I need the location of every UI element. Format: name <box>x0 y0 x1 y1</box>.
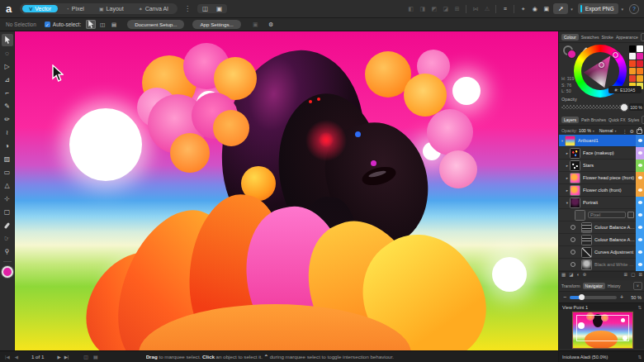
point-transform-tool[interactable]: ⊹ <box>2 193 13 205</box>
layer-visibility-toggle[interactable] <box>571 250 575 255</box>
layer-visible-eye-icon[interactable] <box>638 139 642 142</box>
layer-colour-tag[interactable] <box>636 246 644 259</box>
quick-menu-caret-icon[interactable]: ▾ <box>571 7 573 12</box>
layer-colour-tag[interactable] <box>636 135 644 147</box>
zoom-in-button[interactable]: + <box>619 294 624 300</box>
layer-fx-icon[interactable]: ⊛ <box>583 273 587 278</box>
pages-icon[interactable]: ◫ <box>201 6 210 12</box>
layer-settings-gear-icon[interactable]: ⚙ <box>630 128 634 134</box>
add-pixel-layer-icon[interactable]: ▦ <box>561 273 566 278</box>
add-layer-icon[interactable]: ⊞ <box>624 273 628 278</box>
layer-row[interactable]: Colour Balance Adjustmen <box>559 221 644 234</box>
layer-row[interactable]: Curves Adjustment <box>559 246 644 259</box>
colour-tab-stroke[interactable]: Stroke <box>601 35 613 40</box>
colour-tab-colour[interactable]: Colour <box>561 34 579 40</box>
layer-visible-eye-icon[interactable] <box>638 263 642 266</box>
layer-colour-tag[interactable] <box>636 160 644 172</box>
layer-row[interactable]: ▸Flower cloth (front) <box>559 184 644 197</box>
navigator-viewport-rect[interactable] <box>576 315 629 341</box>
fill-colour-well[interactable] <box>567 50 576 59</box>
document-stepper-icon[interactable]: ⇅ <box>637 355 642 360</box>
layer-row[interactable]: Pixel <box>559 209 644 221</box>
colour-swatch[interactable] <box>637 75 643 82</box>
layers-opacity-value[interactable]: 100 % <box>579 128 591 133</box>
layer-visible-eye-icon[interactable] <box>638 176 642 179</box>
add-group-icon[interactable]: ▢ <box>631 273 635 278</box>
layers-tab-quick-fx[interactable]: Quick FX <box>608 117 626 122</box>
hue-handle[interactable] <box>613 52 618 58</box>
help-button[interactable]: ? <box>629 4 639 14</box>
select-object-icon[interactable]: ◫ <box>97 20 107 29</box>
layer-colour-tag[interactable] <box>636 209 644 221</box>
move-tool[interactable] <box>2 34 13 46</box>
colour-picker-tool[interactable] <box>2 219 13 231</box>
navigator-thumbnail[interactable] <box>572 312 633 349</box>
zoom-slider-handle[interactable] <box>579 294 585 300</box>
zoom-value[interactable]: 50 % <box>627 295 642 300</box>
alignment-icon[interactable]: ≡ <box>500 6 509 12</box>
colour-swatch[interactable] <box>637 53 643 60</box>
delete-layer-icon[interactable]: ⊠ <box>638 273 642 278</box>
colour-swatch[interactable] <box>637 60 643 67</box>
colour-swatch[interactable] <box>629 45 636 52</box>
layer-row[interactable]: ▸Flower head piece (front) <box>559 172 644 184</box>
first-page-button[interactable]: |◀ <box>5 355 10 360</box>
artboard-frame-icon[interactable]: ▣ <box>215 6 224 12</box>
persona-canva-ai[interactable]: ✶Canva AI <box>132 5 175 12</box>
layer-row[interactable]: ▸Face (makeup) <box>559 147 644 160</box>
layer-visible-eye-icon[interactable] <box>638 188 642 192</box>
vector-brush-tool[interactable]: ≀ <box>2 126 13 139</box>
export-caret-icon[interactable]: ▾ <box>621 7 623 12</box>
overflow-menu-icon[interactable]: ⋮ <box>184 5 191 12</box>
node-tool[interactable]: ▷ <box>2 60 13 73</box>
pencil-tool[interactable]: ✏ <box>2 113 13 126</box>
layer-colour-tag[interactable] <box>636 234 644 246</box>
shape-tool[interactable]: △ <box>2 179 13 192</box>
colour-swatch[interactable] <box>637 68 643 74</box>
preview-mode-icon[interactable]: ▣ <box>542 6 551 12</box>
last-page-button[interactable]: ▶| <box>64 355 69 360</box>
contour-tool[interactable]: ⊿ <box>2 74 13 86</box>
opacity-slider[interactable] <box>561 105 624 109</box>
app-settings-button[interactable]: App Settings... <box>192 20 240 29</box>
layer-options-icon[interactable]: ⋮ <box>623 128 627 134</box>
layers-tab-styles[interactable]: Styles <box>628 117 640 122</box>
snapping-icon[interactable]: ⌖ <box>519 6 528 12</box>
selection-brush-tool[interactable]: ◌ <box>2 47 13 60</box>
settings-gear-icon[interactable]: ⚙ <box>267 21 276 27</box>
canvas-artboard[interactable] <box>15 31 558 350</box>
navigator-tab-transform[interactable]: Transform <box>561 283 580 288</box>
saturation-handle[interactable] <box>599 62 604 68</box>
document-setup-button[interactable]: Document Setup... <box>127 20 184 29</box>
layer-visible-eye-icon[interactable] <box>638 226 642 229</box>
layer-row[interactable]: ▾Portrait <box>559 197 644 209</box>
layer-visibility-toggle[interactable] <box>571 262 575 267</box>
layer-visible-eye-icon[interactable] <box>638 213 642 217</box>
mask-layer-icon[interactable]: ◪ <box>569 273 573 278</box>
layers-tab-layers[interactable]: Layers <box>561 117 579 123</box>
zoom-slider[interactable] <box>570 296 617 299</box>
colour-tab-swatches[interactable]: Swatches <box>581 35 599 40</box>
layer-colour-tag[interactable] <box>636 197 644 209</box>
layer-visible-eye-icon[interactable] <box>638 201 642 204</box>
active-colour-well[interactable] <box>2 266 13 278</box>
autoselect-checkbox[interactable]: ✓ <box>45 21 50 27</box>
transparency-tool[interactable]: ▨ <box>2 153 13 165</box>
pen-tool[interactable]: ✎ <box>2 100 13 112</box>
layer-row[interactable]: ▸Stars <box>559 160 644 172</box>
pointer-options-icon[interactable]: ◉ <box>530 6 539 12</box>
image-frame-tool[interactable]: ▢ <box>2 206 13 218</box>
persona-layout[interactable]: ▣Layout <box>92 5 130 12</box>
colour-swatch[interactable] <box>637 45 643 52</box>
opacity-slider-handle[interactable] <box>620 103 628 112</box>
move-cursor-icon[interactable] <box>86 20 96 29</box>
export-png-button[interactable]: Export PNG <box>578 3 619 14</box>
navigator-tab-history[interactable]: History <box>608 283 621 288</box>
layer-colour-tag[interactable] <box>636 221 644 234</box>
colour-swatch[interactable] <box>629 75 636 82</box>
navigator-tab-navigator[interactable]: Navigator <box>583 283 605 289</box>
persona-pixel[interactable]: ◔Pixel <box>59 5 91 12</box>
layer-row[interactable]: Colour Balance Adjustmen <box>559 234 644 246</box>
prev-page-button[interactable]: ◀ <box>15 355 18 360</box>
blend-mode-select[interactable]: Normal <box>599 128 613 133</box>
